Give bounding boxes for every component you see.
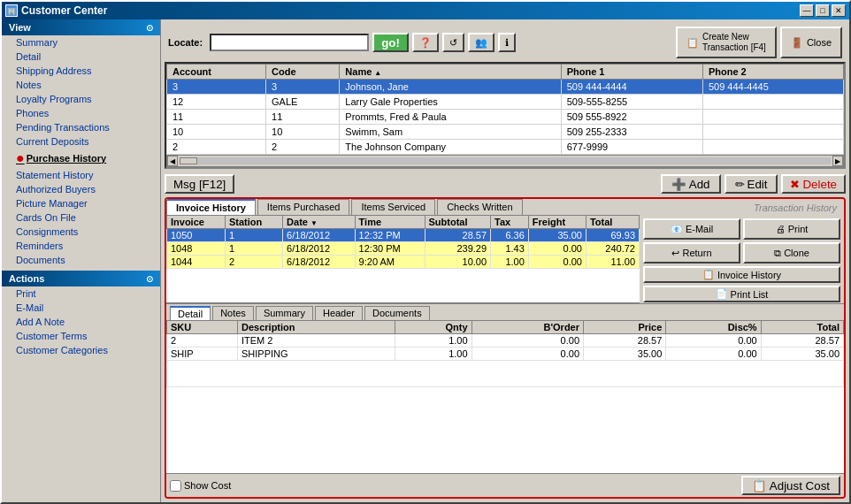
col-account[interactable]: Account bbox=[167, 65, 266, 80]
tab-documents[interactable]: Documents bbox=[364, 306, 430, 320]
maximize-button[interactable]: □ bbox=[816, 4, 830, 17]
help-button[interactable]: ❓ bbox=[412, 33, 439, 52]
col-phone1[interactable]: Phone 1 bbox=[561, 65, 702, 80]
sidebar-item-pending[interactable]: Pending Transactions bbox=[2, 120, 160, 134]
inv-col-tax[interactable]: Tax bbox=[491, 216, 529, 229]
col-code[interactable]: Code bbox=[266, 65, 340, 80]
adjust-cost-button[interactable]: 📋 Adjust Cost bbox=[741, 476, 840, 495]
edit-button[interactable]: ✏ Edit bbox=[724, 174, 778, 194]
col-phone2[interactable]: Phone 2 bbox=[702, 65, 843, 80]
refresh-button[interactable]: ↺ bbox=[442, 33, 464, 52]
sidebar-item-purchase-history[interactable]: ●Purchase History bbox=[2, 149, 160, 168]
msg-button[interactable]: Msg [F12] bbox=[165, 174, 234, 194]
item-row[interactable]: 2 ITEM 2 1.00 0.00 28.57 0.00 28.57 bbox=[167, 334, 844, 347]
sidebar-item-statement[interactable]: Statement History bbox=[2, 168, 160, 182]
tab-notes[interactable]: Notes bbox=[212, 306, 254, 320]
sidebar-item-phones[interactable]: Phones bbox=[2, 106, 160, 120]
sidebar-item-picture[interactable]: Picture Manager bbox=[2, 196, 160, 210]
locate-input[interactable] bbox=[210, 34, 369, 51]
inv-col-total[interactable]: Total bbox=[586, 216, 639, 229]
table-row[interactable]: 1010Swimm, Sam509 255-2333 bbox=[167, 125, 844, 140]
item-col-qnty[interactable]: Qnty bbox=[395, 321, 472, 334]
sidebar-item-documents[interactable]: Documents bbox=[2, 253, 160, 267]
table-row[interactable]: 33Johnson, Jane509 444-4444509 444-4445 bbox=[167, 80, 844, 95]
print-button[interactable]: 🖨 Print bbox=[743, 218, 840, 240]
sidebar-item-shipping[interactable]: Shipping Address bbox=[2, 64, 160, 78]
print-list-button[interactable]: 📄 Print List bbox=[643, 286, 840, 302]
sidebar-item-loyalty[interactable]: Loyalty Programs bbox=[2, 92, 160, 106]
item-col-border[interactable]: B'Order bbox=[472, 321, 583, 334]
horizontal-scrollbar[interactable]: ◀ ▶ bbox=[166, 155, 844, 167]
tab-detail[interactable]: Detail bbox=[170, 306, 211, 320]
invoice-row: Invoice Station Date ▼ Time Subtotal Tax… bbox=[166, 215, 844, 303]
actions-section-header[interactable]: Actions ⊙ bbox=[2, 271, 160, 286]
sidebar-item-detail[interactable]: Detail bbox=[2, 50, 160, 64]
create-transaction-button[interactable]: 📋 Create NewTransaction [F4] bbox=[676, 27, 777, 58]
view-section-header[interactable]: View ⊙ bbox=[2, 19, 160, 35]
window-close-button[interactable]: ✕ bbox=[832, 4, 846, 17]
item-col-total[interactable]: Total bbox=[761, 321, 843, 334]
invoice-tabs: Invoice History Items Purchased Items Se… bbox=[166, 199, 525, 215]
tab-invoice-history[interactable]: Invoice History bbox=[166, 199, 256, 215]
right-buttons-panel: 📧 E-Mail 🖨 Print ↩ Return bbox=[640, 215, 844, 303]
sidebar-item-deposits[interactable]: Current Deposits bbox=[2, 134, 160, 149]
sidebar-item-summary[interactable]: Summary bbox=[2, 35, 160, 50]
clone-button[interactable]: ⧉ Clone bbox=[743, 242, 840, 263]
close-label: Close bbox=[807, 37, 832, 48]
table-row[interactable]: 22The Johnson Company677-9999 bbox=[167, 140, 844, 155]
tab-summary[interactable]: Summary bbox=[256, 306, 313, 320]
item-row[interactable]: SHIP SHIPPING 1.00 0.00 35.00 0.00 35.00 bbox=[167, 347, 844, 361]
inv-col-subtotal[interactable]: Subtotal bbox=[425, 216, 491, 229]
sidebar-item-cards[interactable]: Cards On File bbox=[2, 210, 160, 225]
locate-label: Locate: bbox=[168, 37, 203, 48]
tab-items-serviced[interactable]: Items Serviced bbox=[351, 199, 435, 215]
item-col-price[interactable]: Price bbox=[584, 321, 666, 334]
show-cost-checkbox[interactable] bbox=[170, 480, 181, 492]
table-row[interactable]: 1111Prommts, Fred & Paula509 555-8922 bbox=[167, 110, 844, 125]
item-col-description[interactable]: Description bbox=[238, 321, 395, 334]
invoice-row-1050[interactable]: 105016/18/201212:32 PM28.576.3635.0069.9… bbox=[167, 229, 640, 242]
close-button[interactable]: 🚪 Close bbox=[780, 27, 842, 58]
sidebar-item-authorized[interactable]: Authorized Buyers bbox=[2, 182, 160, 196]
scroll-thumb[interactable] bbox=[180, 157, 197, 164]
sidebar-item-reminders[interactable]: Reminders bbox=[2, 239, 160, 253]
sidebar-item-add-note[interactable]: Add A Note bbox=[2, 315, 160, 329]
right-panel: Locate: go! ❓ ↺ 👥 ℹ 📋 Create NewTransact… bbox=[161, 19, 849, 502]
invoice-row-1048[interactable]: 104816/18/201212:30 PM239.291.430.00240.… bbox=[167, 242, 640, 256]
search-people-button[interactable]: 👥 bbox=[468, 33, 494, 52]
tab-checks-written[interactable]: Checks Written bbox=[437, 199, 522, 215]
delete-button[interactable]: ✖ Delete bbox=[781, 174, 846, 194]
inv-col-invoice[interactable]: Invoice bbox=[167, 216, 226, 229]
inv-col-freight[interactable]: Freight bbox=[528, 216, 586, 229]
tab-header[interactable]: Header bbox=[315, 306, 363, 320]
info-button[interactable]: ℹ bbox=[498, 33, 516, 52]
sidebar-item-customer-terms[interactable]: Customer Terms bbox=[2, 329, 160, 343]
table-row[interactable]: 12GALELarry Gale Properties509-555-8255 bbox=[167, 95, 844, 110]
sidebar-item-email[interactable]: E-Mail bbox=[2, 301, 160, 315]
invoice-row-1044[interactable]: 104426/18/20129:20 AM10.001.000.0011.00 bbox=[167, 256, 640, 269]
inv-col-date[interactable]: Date ▼ bbox=[283, 216, 356, 229]
col-name[interactable]: Name ▲ bbox=[340, 65, 561, 80]
sidebar-item-customer-categories[interactable]: Customer Categories bbox=[2, 343, 160, 357]
invoice-history-button[interactable]: 📋 Invoice History bbox=[643, 266, 840, 283]
sidebar-item-consignments[interactable]: Consignments bbox=[2, 225, 160, 239]
add-button[interactable]: ➕ Add bbox=[661, 174, 721, 194]
scroll-left-btn[interactable]: ◀ bbox=[167, 156, 178, 166]
inv-col-station[interactable]: Station bbox=[225, 216, 282, 229]
email-button[interactable]: 📧 E-Mail bbox=[643, 218, 740, 240]
return-button[interactable]: ↩ Return bbox=[643, 242, 740, 263]
item-col-sku[interactable]: SKU bbox=[167, 321, 238, 334]
sidebar-item-notes[interactable]: Notes bbox=[2, 78, 160, 92]
clone-icon: ⧉ bbox=[774, 248, 781, 259]
create-label: Create NewTransaction [F4] bbox=[702, 32, 766, 53]
item-col-disc[interactable]: Disc% bbox=[666, 321, 761, 334]
sidebar-item-print[interactable]: Print bbox=[2, 286, 160, 301]
inv-col-time[interactable]: Time bbox=[355, 216, 425, 229]
show-cost-label[interactable]: Show Cost bbox=[170, 480, 231, 492]
go-button[interactable]: go! bbox=[372, 33, 409, 52]
customer-table-container: Account Code Name ▲ Phone 1 Phone 2 33Jo… bbox=[165, 62, 846, 169]
minimize-button[interactable]: — bbox=[800, 4, 814, 17]
tab-items-purchased[interactable]: Items Purchased bbox=[257, 199, 350, 215]
scroll-right-btn[interactable]: ▶ bbox=[832, 156, 843, 166]
items-table: SKU Description Qnty B'Order Price Disc%… bbox=[166, 320, 844, 387]
